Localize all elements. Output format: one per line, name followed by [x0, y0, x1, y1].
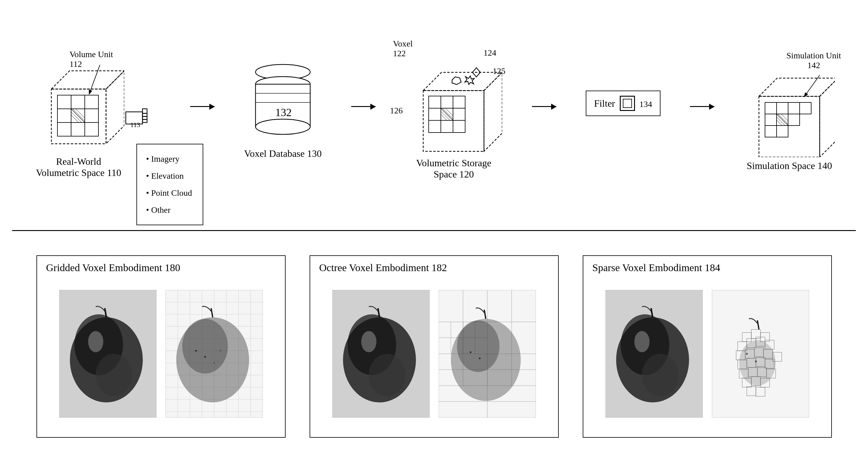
bottom-section: Gridded Voxel Embodiment 180 — [0, 231, 868, 462]
arrow1 — [190, 106, 215, 107]
svg-point-127 — [479, 358, 480, 359]
svg-point-124 — [457, 320, 499, 372]
voxel-ref-125: 125 — [493, 66, 505, 76]
svg-rect-21 — [143, 116, 147, 119]
svg-rect-4 — [71, 95, 85, 109]
sim-space-label: Simulation Space 140 — [747, 160, 832, 172]
svg-rect-56 — [765, 114, 777, 126]
filter-ref: 134 — [640, 99, 652, 109]
voxel-db-label: Voxel Database 130 — [244, 148, 321, 159]
filter-element: Filter 134 — [586, 91, 660, 116]
sim-unit-label: Simulation Unit 142 — [786, 51, 841, 70]
gridded-apple-grid — [165, 290, 263, 418]
sparse-apple-sparse — [712, 290, 809, 418]
gridded-images — [46, 280, 276, 428]
svg-rect-3 — [57, 95, 71, 109]
svg-point-160 — [739, 340, 776, 386]
svg-point-105 — [361, 331, 376, 352]
octree-images — [319, 280, 549, 428]
svg-line-64 — [778, 114, 788, 124]
svg-rect-34 — [429, 96, 441, 108]
svg-marker-53 — [820, 78, 835, 157]
camera-icon: 113 — [124, 107, 149, 130]
sparse-title: Sparse Voxel Embodiment 184 — [592, 262, 720, 274]
svg-rect-61 — [765, 126, 777, 137]
svg-marker-48 — [452, 77, 461, 85]
svg-point-103 — [369, 354, 405, 396]
svg-rect-37 — [429, 108, 441, 120]
voxel-label: Voxel 122 — [393, 39, 412, 58]
svg-rect-35 — [441, 96, 453, 108]
data-types-box: Imagery Elevation Point Cloud Other — [136, 144, 203, 225]
svg-point-94 — [182, 319, 228, 374]
octree-apple-solid — [332, 290, 430, 418]
filter-label: Filter — [594, 98, 615, 109]
simulation-space: Simulation Unit 142 — [744, 66, 835, 172]
real-world-space: Volume Unit 112 — [33, 59, 124, 178]
svg-rect-39 — [453, 108, 465, 120]
svg-point-97 — [204, 356, 206, 358]
svg-rect-22 — [143, 119, 147, 122]
gridded-title: Gridded Voxel Embodiment 180 — [46, 262, 181, 274]
arrow2 — [351, 106, 375, 107]
svg-rect-19 — [143, 109, 147, 113]
section-divider — [12, 230, 856, 231]
octree-apple-grid — [439, 290, 536, 418]
filter-icon — [620, 96, 635, 111]
svg-point-99 — [220, 350, 221, 351]
svg-line-17 — [89, 65, 100, 94]
svg-rect-11 — [85, 122, 98, 136]
svg-point-131 — [642, 354, 678, 396]
gridded-apple-solid — [59, 290, 156, 418]
top-section: Volume Unit 112 — [0, 0, 868, 231]
svg-point-163 — [755, 361, 757, 362]
gridded-voxel-box: Gridded Voxel Embodiment 180 — [36, 255, 286, 438]
svg-point-126 — [470, 351, 471, 353]
octree-title: Octree Voxel Embodiment 182 — [319, 262, 447, 274]
svg-rect-51 — [759, 96, 820, 157]
svg-rect-42 — [453, 120, 465, 132]
svg-rect-55 — [777, 102, 788, 114]
svg-point-96 — [195, 350, 197, 352]
svg-marker-52 — [759, 78, 835, 96]
sparse-voxel-box: Sparse Voxel Embodiment 184 — [583, 255, 832, 438]
rw-label: Real-World Volumetric Space 110 — [36, 156, 121, 178]
octree-voxel-box: Octree Voxel Embodiment 182 — [310, 255, 559, 438]
svg-marker-32 — [423, 72, 502, 91]
svg-marker-1 — [51, 71, 124, 89]
arrow4 — [690, 106, 714, 107]
vol-storage-svg — [405, 57, 502, 154]
svg-rect-20 — [143, 113, 147, 116]
data-pointcloud: Point Cloud — [146, 184, 193, 202]
svg-rect-6 — [57, 109, 71, 122]
arrow3 — [532, 106, 556, 107]
svg-point-72 — [96, 354, 132, 396]
svg-rect-36 — [453, 96, 465, 108]
svg-marker-33 — [484, 72, 502, 151]
filter-box-container: Filter 134 — [586, 91, 660, 147]
svg-marker-49 — [465, 76, 474, 85]
svg-point-27 — [255, 119, 310, 134]
svg-point-98 — [214, 362, 215, 364]
svg-rect-54 — [765, 102, 777, 114]
volumetric-storage: Voxel 122 124 125 126 — [405, 57, 502, 180]
volume-unit-label: Volume Unit 112 — [69, 50, 113, 69]
svg-rect-9 — [57, 122, 71, 136]
svg-line-67 — [777, 120, 782, 126]
data-imagery: Imagery — [146, 150, 193, 167]
svg-rect-41 — [441, 120, 453, 132]
svg-rect-8 — [85, 109, 98, 122]
svg-point-133 — [634, 331, 650, 352]
real-world-cube-svg — [33, 59, 124, 150]
database-svg: 132 — [249, 54, 316, 145]
svg-line-13 — [72, 109, 85, 121]
svg-line-47 — [441, 114, 447, 120]
svg-rect-40 — [429, 120, 441, 132]
svg-text:113: 113 — [130, 121, 140, 129]
svg-line-16 — [71, 115, 79, 122]
sparse-apple-solid — [606, 290, 703, 418]
svg-rect-62 — [777, 126, 788, 137]
sim-space-svg — [744, 66, 835, 157]
svg-marker-2 — [106, 71, 124, 144]
voxel-ref-124: 124 — [484, 48, 496, 58]
